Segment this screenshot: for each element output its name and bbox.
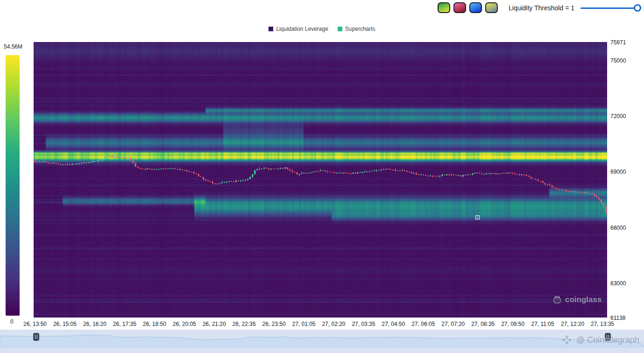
liquidation-heatmap-page: Liquidity Threshold = 1 Liquidation Leve…	[0, 0, 644, 353]
legend-swatch-icon	[269, 27, 273, 31]
x-axis-label: 26, 21:20	[203, 321, 226, 327]
coinglass-watermark: coinglass	[552, 295, 602, 304]
legend-item[interactable]: Supercharts	[338, 26, 375, 32]
x-axis-label: 26, 17:35	[113, 321, 136, 327]
x-axis-label: 26, 16:20	[83, 321, 106, 327]
legend-item[interactable]: Liquidation Leverage	[269, 26, 328, 32]
x-axis-label: 27, 08:35	[471, 321, 495, 327]
coinglass-logo-text: coinglass	[565, 295, 602, 304]
x-axis-label: 26, 18:50	[143, 321, 166, 327]
palette-yellow-slate-button[interactable]	[485, 2, 498, 13]
liquidity-threshold-label: Liquidity Threshold = 1	[509, 4, 574, 12]
colorbar-max-label: 54.56M	[4, 43, 22, 50]
colorbar	[6, 55, 20, 316]
liquidity-threshold-slider[interactable]	[580, 4, 641, 12]
y-axis-label: 61138	[610, 315, 625, 321]
x-axis-label: 27, 11:05	[531, 321, 554, 327]
palette-red-magenta-button[interactable]	[453, 2, 466, 13]
palette-green-yellow-button[interactable]	[438, 2, 450, 13]
y-axis-label: 75000	[610, 57, 626, 64]
x-axis-label: 27, 12:20	[561, 321, 584, 327]
y-axis-label: 63000	[610, 280, 626, 287]
selection-marker	[475, 215, 480, 219]
cointelegraph-watermark: @ Cointelegraph	[561, 334, 639, 346]
navigator-handle-left[interactable]	[33, 333, 39, 341]
toolbar: Liquidity Threshold = 1	[438, 2, 641, 13]
x-axis-label: 26, 13:50	[23, 321, 47, 327]
y-axis-label: 75971	[610, 39, 626, 46]
y-axis-label: 72000	[610, 113, 626, 120]
y-axis-label: 66000	[610, 225, 626, 231]
slider-track[interactable]	[580, 7, 641, 9]
legend-label: Liquidation Leverage	[276, 26, 328, 32]
navigator-canvas[interactable]	[0, 331, 644, 347]
y-axis-label: 69000	[610, 169, 626, 175]
navigator-strip: @ Cointelegraph	[0, 330, 644, 353]
x-axis-label: 27, 02:20	[322, 321, 345, 327]
heatmap-canvas[interactable]	[34, 42, 607, 318]
cointelegraph-logo-icon	[561, 334, 573, 346]
x-axis-label: 26, 15:05	[53, 321, 77, 327]
slider-handle[interactable]	[634, 4, 641, 12]
x-axis-label: 26, 23:50	[262, 321, 286, 327]
x-axis-label: 26, 22:35	[233, 321, 256, 327]
x-axis-label: 27, 01:05	[292, 321, 315, 327]
coinglass-logo-icon	[552, 295, 562, 304]
palette-blue-button[interactable]	[469, 2, 482, 13]
x-axis-label: 26, 20:05	[173, 321, 196, 327]
chart-legend: Liquidation LeverageSupercharts	[0, 26, 644, 32]
x-axis-label: 27, 13:35	[591, 321, 614, 327]
x-axis-label: 27, 07:20	[441, 321, 465, 327]
cointelegraph-credit-text: @ Cointelegraph	[576, 335, 639, 345]
legend-label: Supercharts	[345, 26, 375, 32]
legend-swatch-icon	[338, 27, 342, 31]
x-axis-label: 27, 03:35	[352, 321, 375, 327]
x-axis-label: 27, 04:50	[382, 321, 405, 327]
palette-group	[438, 2, 498, 13]
x-axis-label: 27, 09:50	[501, 321, 524, 327]
x-axis-label: 27, 06:05	[411, 321, 435, 327]
colorbar-min-label: 0	[10, 318, 14, 325]
